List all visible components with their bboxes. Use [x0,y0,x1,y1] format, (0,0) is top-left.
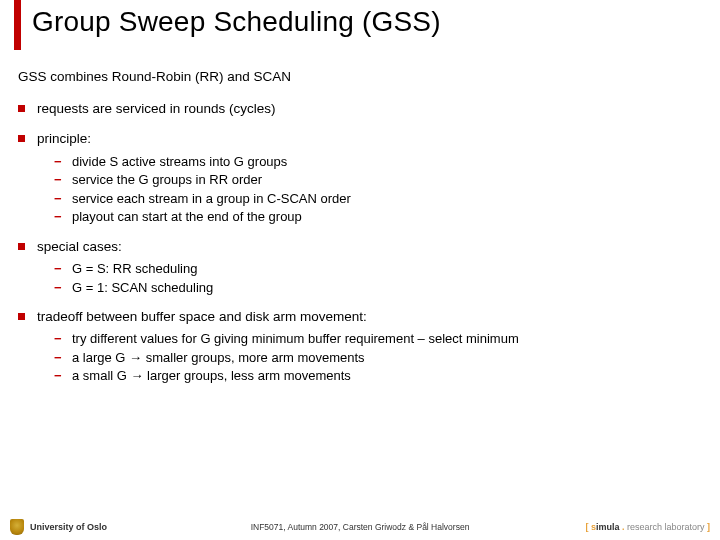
simula-logo: [ simula . research laboratory ] [585,522,710,532]
sub-bullet-text: service the G groups in RR order [72,171,262,189]
bullet-text: special cases: [37,238,122,256]
bracket-close: ] [705,522,711,532]
bullet-item: special cases:−G = S: RR scheduling−G = … [18,238,702,296]
sub-bullet-item: −G = S: RR scheduling [54,260,702,278]
slide-body: GSS combines Round-Robin (RR) and SCAN r… [18,68,702,397]
square-bullet-icon [18,135,25,142]
sub-bullet-item: −a small G → larger groups, less arm mov… [54,367,702,385]
footer: University of Oslo INF5071, Autumn 2007,… [0,514,720,540]
sub-bullet-item: −try different values for G giving minim… [54,330,702,348]
sub-bullet-text: G = 1: SCAN scheduling [72,279,213,297]
sub-bullet-text: G = S: RR scheduling [72,260,197,278]
sub-bullet-item: −service each stream in a group in C-SCA… [54,190,702,208]
dash-bullet-icon: − [54,260,68,278]
dash-bullet-icon: − [54,153,68,171]
sub-bullet-list: −G = S: RR scheduling−G = 1: SCAN schedu… [54,260,702,296]
square-bullet-icon [18,243,25,250]
sub-bullet-text: a large G → smaller groups, more arm mov… [72,349,365,367]
square-bullet-icon [18,313,25,320]
bullet-item: requests are serviced in rounds (cycles) [18,100,702,118]
sub-bullet-text: divide S active streams into G groups [72,153,287,171]
sub-bullet-item: −divide S active streams into G groups [54,153,702,171]
sub-bullet-text: playout can start at the end of the grou… [72,208,302,226]
bullet-item: tradeoff between buffer space and disk a… [18,308,702,385]
sub-bullet-item: −playout can start at the end of the gro… [54,208,702,226]
intro-line: GSS combines Round-Robin (RR) and SCAN [18,68,702,86]
simula-rest: imula [596,522,620,532]
dash-bullet-icon: − [54,279,68,297]
university-name: University of Oslo [30,522,107,532]
sub-bullet-list: −try different values for G giving minim… [54,330,702,385]
bullet-list: requests are serviced in rounds (cycles)… [18,100,702,385]
dash-bullet-icon: − [54,349,68,367]
course-info: INF5071, Autumn 2007, Carsten Griwodz & … [251,522,470,532]
simula-dot: . [619,522,627,532]
simula-lab: research laboratory [627,522,705,532]
bullet-text: principle: [37,130,91,148]
dash-bullet-icon: − [54,190,68,208]
title-accent-bar [14,0,21,50]
bullet-text: tradeoff between buffer space and disk a… [37,308,367,326]
sub-bullet-item: −a large G → smaller groups, more arm mo… [54,349,702,367]
sub-bullet-text: try different values for G giving minimu… [72,330,519,348]
sub-bullet-text: a small G → larger groups, less arm move… [72,367,351,385]
dash-bullet-icon: − [54,171,68,189]
uio-crest-icon [10,519,24,535]
sub-bullet-item: −G = 1: SCAN scheduling [54,279,702,297]
bullet-item: principle:−divide S active streams into … [18,130,702,225]
dash-bullet-icon: − [54,330,68,348]
dash-bullet-icon: − [54,367,68,385]
sub-bullet-list: −divide S active streams into G groups−s… [54,153,702,226]
sub-bullet-item: −service the G groups in RR order [54,171,702,189]
dash-bullet-icon: − [54,208,68,226]
bullet-text: requests are serviced in rounds (cycles) [37,100,276,118]
sub-bullet-text: service each stream in a group in C-SCAN… [72,190,351,208]
slide-title: Group Sweep Scheduling (GSS) [32,6,441,38]
square-bullet-icon [18,105,25,112]
